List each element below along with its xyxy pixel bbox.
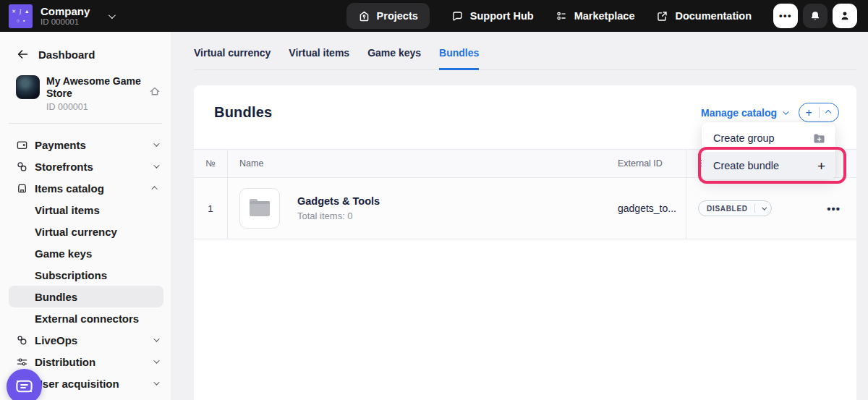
company-switcher[interactable]: Company ID 000001	[41, 5, 90, 27]
more-options-button[interactable]: •••	[773, 4, 798, 28]
group-thumbnail	[239, 188, 280, 229]
company-name: Company	[41, 5, 90, 17]
header-name: Name	[227, 150, 593, 177]
menu-item-create-bundle[interactable]: Create bundle +	[702, 152, 835, 179]
sidebar-item-liveops[interactable]: LiveOps	[9, 329, 163, 351]
sidebar-item-bundles[interactable]: Bundles	[9, 286, 163, 307]
chevron-down-icon	[153, 140, 159, 146]
project-id: ID 000001	[46, 102, 142, 112]
chevron-down-icon	[153, 379, 159, 385]
sidebar-item-virtual-currency[interactable]: Virtual currency	[9, 221, 163, 242]
dashboard-label: Dashboard	[38, 48, 95, 61]
list-options-icon	[556, 10, 568, 22]
header-external-id: External ID	[593, 158, 686, 169]
bundles-card: Bundles Manage catalog + № Name External…	[194, 85, 856, 400]
back-to-dashboard[interactable]: Dashboard	[0, 32, 171, 61]
rings-icon	[16, 334, 28, 346]
nav-label: LiveOps	[35, 334, 77, 346]
storefront-icon	[16, 182, 28, 195]
tab-virtual-items[interactable]: Virtual items	[289, 41, 349, 70]
main-content: Virtual currency Virtual items Game keys…	[171, 32, 868, 400]
create-split-button[interactable]: +	[799, 103, 839, 122]
sidebar: Dashboard My Awesome Game Store ID 00000…	[0, 32, 171, 400]
project-name: My Awesome Game Store	[46, 75, 142, 100]
company-chevron-down-icon[interactable]	[109, 12, 116, 19]
sidebar-item-virtual-items[interactable]: Virtual items	[9, 199, 163, 221]
chevron-down-icon	[153, 336, 159, 341]
menu-item-create-group[interactable]: Create group	[702, 124, 835, 152]
person-icon	[839, 10, 851, 22]
chat-fab-button[interactable]	[7, 369, 42, 400]
notifications-button[interactable]	[803, 4, 827, 28]
external-link-icon	[656, 10, 668, 22]
create-dropdown-menu: Create group Create bundle +	[702, 122, 835, 179]
create-group-label: Create group	[713, 132, 775, 144]
support-hub-label: Support Hub	[470, 10, 534, 22]
plus-icon: +	[817, 159, 825, 173]
nav-label: Bundles	[35, 291, 77, 303]
projects-label: Projects	[377, 10, 418, 22]
table-row[interactable]: 1 Gadgets & Tools Total items: 0 gadgets…	[194, 178, 856, 239]
chevron-down-icon	[153, 162, 159, 168]
manage-catalog-button[interactable]: Manage catalog	[701, 107, 787, 119]
company-logo-icon[interactable]: ✕ʃ▲○▪	[9, 4, 33, 28]
bell-icon	[809, 10, 821, 22]
folder-plus-icon	[813, 133, 825, 144]
projects-home-icon	[358, 10, 370, 22]
group-total-items: Total items: 0	[297, 210, 380, 221]
marketplace-label: Marketplace	[574, 10, 635, 22]
projects-button[interactable]: Projects	[346, 3, 430, 29]
nav-label: External connectors	[35, 312, 139, 325]
company-id: ID 000001	[41, 17, 90, 27]
chevron-up-icon	[151, 186, 157, 192]
sidebar-item-items-catalog[interactable]: Items catalog	[9, 177, 163, 199]
nav-label: Subscriptions	[35, 269, 107, 281]
sidebar-nav: Payments Storefronts Items catalog Virtu…	[0, 124, 171, 400]
speech-bubble-icon	[451, 10, 464, 22]
nav-label: Items catalog	[35, 182, 104, 195]
sidebar-item-game-keys[interactable]: Game keys	[9, 242, 163, 264]
status-label: DISABLED	[707, 205, 748, 213]
status-badge[interactable]: DISABLED	[698, 200, 772, 216]
header-num: №	[194, 158, 227, 169]
tab-game-keys[interactable]: Game keys	[367, 41, 421, 70]
tab-bundles[interactable]: Bundles	[439, 41, 479, 70]
sidebar-item-distribution[interactable]: Distribution	[9, 351, 163, 373]
wallet-icon	[16, 139, 28, 151]
split-caret-button[interactable]	[820, 111, 839, 115]
nav-label: Virtual items	[35, 204, 100, 216]
plus-icon[interactable]: +	[799, 104, 819, 122]
sliders-icon	[16, 356, 28, 368]
project-avatar	[16, 75, 40, 99]
nav-label: Virtual currency	[35, 226, 117, 238]
page-title: Bundles	[214, 104, 272, 121]
topbar: ✕ʃ▲○▪ Company ID 000001 Projects Support…	[0, 0, 868, 32]
sidebar-item-storefronts[interactable]: Storefronts	[9, 156, 163, 177]
sidebar-item-subscriptions[interactable]: Subscriptions	[9, 264, 163, 286]
sidebar-item-external-connectors[interactable]: External connectors	[9, 307, 163, 329]
support-hub-link[interactable]: Support Hub	[451, 10, 534, 22]
marketplace-link[interactable]: Marketplace	[556, 10, 635, 22]
nav-label: Payments	[35, 139, 86, 151]
nav-label: Game keys	[35, 247, 92, 260]
sidebar-item-payments[interactable]: Payments	[9, 134, 163, 156]
chevron-down-icon	[762, 205, 766, 209]
arrow-left-icon	[16, 48, 29, 61]
badge-divider	[754, 204, 755, 213]
group-name: Gadgets & Tools	[297, 195, 380, 207]
external-id-value: gadgets_to...	[618, 203, 676, 214]
create-bundle-label: Create bundle	[713, 160, 779, 171]
rings-icon	[16, 161, 28, 173]
tab-virtual-currency[interactable]: Virtual currency	[194, 41, 271, 70]
manage-catalog-label: Manage catalog	[701, 107, 777, 119]
catalog-tabs: Virtual currency Virtual items Game keys…	[194, 41, 856, 70]
documentation-link[interactable]: Documentation	[656, 10, 752, 22]
row-actions-button[interactable]: •••	[827, 203, 841, 215]
chevron-down-icon	[783, 108, 788, 114]
nav-label: Storefronts	[35, 161, 93, 173]
project-home-icon[interactable]	[149, 85, 161, 97]
project-card[interactable]: My Awesome Game Store ID 000001	[0, 61, 171, 112]
account-button[interactable]	[833, 4, 857, 28]
chevron-up-icon	[825, 110, 831, 116]
folder-icon	[250, 201, 270, 216]
